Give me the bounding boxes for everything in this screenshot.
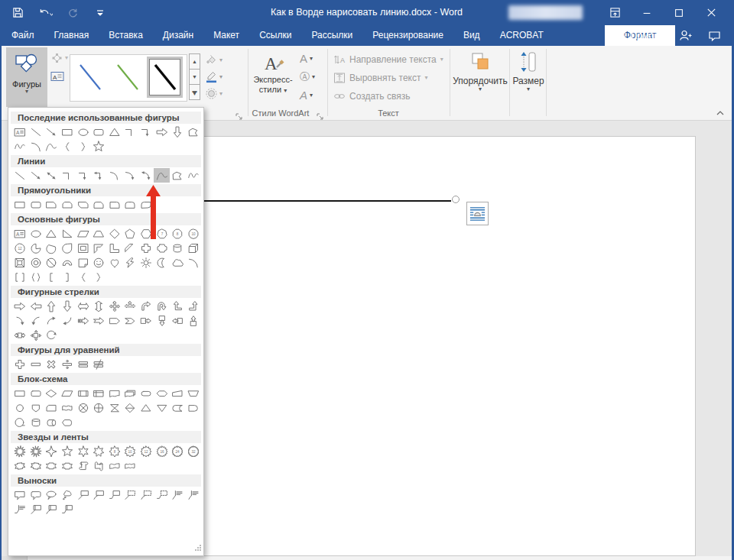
- shape-star-12[interactable]: 12: [138, 444, 154, 458]
- shape-notched-right-arrow[interactable]: [91, 313, 107, 328]
- shape-division[interactable]: [60, 357, 76, 371]
- shape-stored-data[interactable]: [170, 400, 186, 415]
- gallery-scroll-down-button[interactable]: ▼: [189, 69, 200, 85]
- shape-can[interactable]: [170, 241, 186, 255]
- shape-line-callout-3[interactable]: [107, 487, 123, 502]
- shape-explosion-1[interactable]: [12, 444, 28, 458]
- shape-ribbon-curved-up[interactable]: [44, 458, 60, 473]
- shape-curved-arrow-connector[interactable]: [122, 168, 138, 183]
- shape-curved-up-arrow[interactable]: [44, 313, 60, 328]
- shape-styles-dialog-launcher[interactable]: [235, 110, 245, 119]
- shape-right-triangle[interactable]: [60, 226, 76, 241]
- shape-oval[interactable]: [28, 226, 44, 241]
- shape-up-arrow-callout[interactable]: [186, 313, 202, 328]
- shape-line-callout-3-no-border[interactable]: [154, 487, 170, 502]
- shape-direct-access-storage[interactable]: [44, 415, 60, 429]
- shape-summing-junction[interactable]: [75, 400, 91, 415]
- shape-data[interactable]: [60, 386, 76, 400]
- shape-line[interactable]: [28, 125, 44, 139]
- shape-line[interactable]: [12, 168, 28, 183]
- shape-double-arrow[interactable]: [44, 168, 60, 183]
- shape-dodecagon[interactable]: 12: [12, 241, 28, 255]
- shape-scribble[interactable]: [186, 168, 202, 183]
- shape-snip-single-corner[interactable]: [44, 197, 60, 212]
- customize-quick-access-button[interactable]: [90, 4, 110, 21]
- shape-magnetic-disk[interactable]: [28, 415, 44, 429]
- tab-рассылки[interactable]: Рассылки: [301, 25, 362, 46]
- minimize-button[interactable]: [631, 0, 663, 25]
- shape-line-callout-2-border-accent[interactable]: [44, 502, 60, 516]
- text-fill-button[interactable]: А▾: [300, 52, 313, 65]
- shape-arrow-down[interactable]: [170, 125, 186, 139]
- shape-line-callout-2[interactable]: [91, 487, 107, 502]
- shape-not-equal[interactable]: [91, 357, 107, 371]
- shape-sort[interactable]: [122, 400, 138, 415]
- shape-line-callout-1-no-border[interactable]: [122, 487, 138, 502]
- shape-snip-diagonal-corner[interactable]: [75, 197, 91, 212]
- shape-pentagon[interactable]: [122, 226, 138, 241]
- shape-predefined-process[interactable]: [75, 386, 91, 400]
- shape-quad-arrow-callout[interactable]: [28, 328, 44, 342]
- shape-plaque[interactable]: [154, 241, 170, 255]
- shape-half-frame[interactable]: [91, 241, 107, 255]
- close-button[interactable]: [695, 0, 727, 25]
- shape-pentagon-arrow[interactable]: [107, 313, 123, 328]
- shape-rounded-rectangle[interactable]: [28, 197, 44, 212]
- shape-moon[interactable]: [154, 255, 170, 270]
- shape-elbow-connector[interactable]: [60, 168, 76, 183]
- align-text-button[interactable]: Выровнять текст▾: [333, 72, 428, 84]
- shape-preparation[interactable]: [154, 386, 170, 400]
- line-style-green[interactable]: [109, 57, 145, 98]
- shape-fill-button[interactable]: ▾: [205, 53, 222, 66]
- sign-in-button[interactable]: [679, 25, 693, 46]
- shape-line-callout-2-no-border[interactable]: [138, 487, 154, 502]
- shape-sequential-access-storage[interactable]: [12, 415, 28, 429]
- shape-elbow-connector[interactable]: [122, 125, 138, 139]
- shape-multiplication[interactable]: [44, 357, 60, 371]
- wordart-dialog-launcher[interactable]: [317, 110, 326, 119]
- shape-lightning-bolt[interactable]: [122, 255, 138, 270]
- shape-punched-tape[interactable]: [60, 400, 76, 415]
- shape-curve[interactable]: [44, 139, 60, 154]
- tab-рецензирование[interactable]: Рецензирование: [362, 25, 453, 46]
- shape-line-callout-1[interactable]: [75, 487, 91, 502]
- shape-scribble[interactable]: [12, 139, 28, 154]
- shape-block-arc[interactable]: [60, 255, 76, 270]
- comments-button[interactable]: [708, 25, 721, 46]
- shape-diamond[interactable]: [107, 226, 123, 241]
- shape-line-callout-1-accent-bar[interactable]: [170, 487, 186, 502]
- shape-effects-button[interactable]: ▾: [205, 87, 222, 100]
- shape-line-callout-3-border-accent[interactable]: [60, 502, 76, 516]
- shape-cross[interactable]: [138, 241, 154, 255]
- shape-frame[interactable]: [75, 241, 91, 255]
- shape-double-brace[interactable]: [28, 270, 44, 284]
- shape-process[interactable]: [12, 386, 28, 400]
- shape-equal[interactable]: [75, 357, 91, 371]
- shape-arrow-right[interactable]: [154, 125, 170, 139]
- shape-outline-button[interactable]: ▾: [205, 70, 222, 83]
- shape-rectangular-callout[interactable]: [12, 487, 28, 502]
- gallery-scroll-up-button[interactable]: ▲: [189, 53, 200, 70]
- shape-multidocument[interactable]: [122, 386, 138, 400]
- shape-manual-operation[interactable]: [186, 386, 202, 400]
- shape-arc[interactable]: [186, 255, 202, 270]
- shape-decision[interactable]: [44, 386, 60, 400]
- shape-left-brace[interactable]: [60, 139, 76, 154]
- shape-snip-round-single-corner[interactable]: [91, 197, 107, 212]
- tab-acrobat[interactable]: ACROBAT: [490, 25, 554, 46]
- shape-round-single-corner[interactable]: [107, 197, 123, 212]
- shape-curved-right-arrow[interactable]: [12, 313, 28, 328]
- shape-curved-connector[interactable]: [107, 168, 123, 183]
- shape-snip-same-side-corner[interactable]: [60, 197, 76, 212]
- shape-teardrop[interactable]: [60, 241, 76, 255]
- shape-right-brace[interactable]: [75, 139, 91, 154]
- shape-curved-down-arrow[interactable]: [60, 313, 76, 328]
- shape-plus[interactable]: [12, 357, 28, 371]
- shape-explosion-2[interactable]: [28, 444, 44, 458]
- shape-folded-corner[interactable]: [75, 255, 91, 270]
- shape-arrow-up-down[interactable]: [91, 299, 107, 313]
- save-button[interactable]: [8, 4, 28, 21]
- shape-rectangle[interactable]: [60, 125, 76, 139]
- shape-alternate-process[interactable]: [28, 386, 44, 400]
- shape-oval-callout[interactable]: [44, 487, 60, 502]
